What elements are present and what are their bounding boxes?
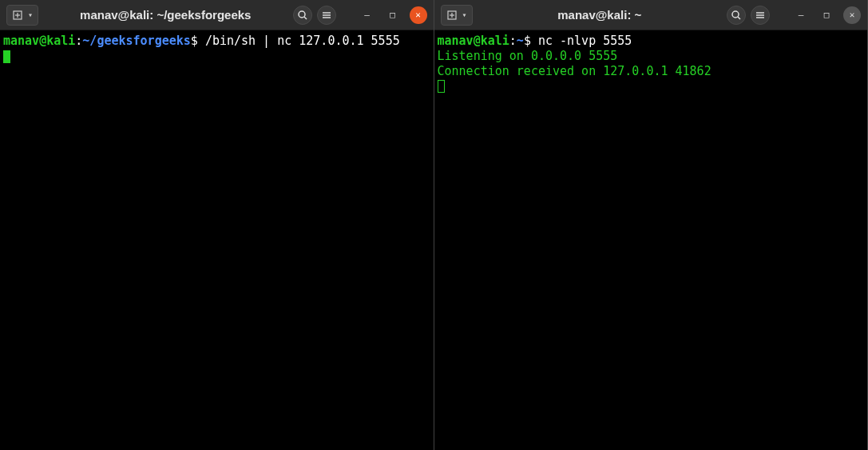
hamburger-icon	[321, 10, 332, 21]
menu-button-right[interactable]	[751, 6, 770, 25]
command-left: /bin/sh | nc 127.0.0.1 5555	[205, 34, 400, 48]
search-icon	[731, 10, 742, 21]
chevron-down-icon: ▾	[28, 10, 33, 19]
prompt-dollar: $	[191, 34, 205, 48]
new-tab-icon	[12, 9, 25, 22]
close-icon: ✕	[850, 10, 855, 20]
prompt-path-right: ~	[517, 34, 524, 48]
svg-line-12	[738, 17, 740, 19]
maximize-icon: □	[824, 10, 830, 20]
window-title-left: manav@kali: ~/geeksforgeeks	[43, 8, 287, 22]
terminal-body-left[interactable]: manav@kali:~/geeksforgeeks$ /bin/sh | nc…	[0, 30, 434, 450]
prompt-sep: :	[509, 34, 517, 48]
hamburger-icon	[755, 10, 766, 21]
maximize-button-left[interactable]: □	[384, 6, 402, 24]
prompt-user-right: manav@kali	[438, 34, 509, 48]
new-tab-icon	[446, 9, 459, 22]
cursor-icon	[438, 80, 445, 93]
window-title-right: manav@kali: ~	[478, 8, 722, 22]
new-tab-button-left[interactable]: ▾	[6, 5, 38, 26]
minimize-button-right[interactable]: —	[792, 6, 810, 24]
new-tab-button-right[interactable]: ▾	[441, 5, 473, 26]
minimize-button-left[interactable]: —	[359, 6, 376, 24]
close-button-left[interactable]: ✕	[410, 6, 427, 24]
minimize-icon: —	[799, 10, 804, 20]
svg-point-11	[732, 11, 739, 18]
minimize-icon: —	[364, 10, 370, 20]
chevron-down-icon: ▾	[462, 10, 467, 19]
svg-line-4	[304, 17, 307, 19]
close-button-right[interactable]: ✕	[843, 6, 861, 24]
cursor-icon	[3, 50, 10, 63]
output-line-1: Listening on 0.0.0.0 5555	[438, 49, 618, 63]
titlebar-right: ▾ manav@kali: ~ — □ ✕	[434, 0, 868, 30]
prompt-dollar: $	[524, 34, 538, 48]
menu-button-left[interactable]	[317, 6, 336, 25]
close-icon: ✕	[415, 10, 421, 20]
terminal-window-left: ▾ manav@kali: ~/geeksforgeeks — □ ✕ mana…	[0, 0, 434, 450]
terminal-body-right[interactable]: manav@kali:~$ nc -nlvp 5555 Listening on…	[434, 30, 868, 450]
titlebar-left: ▾ manav@kali: ~/geeksforgeeks — □ ✕	[0, 0, 434, 30]
maximize-icon: □	[390, 10, 395, 20]
terminal-window-right: ▾ manav@kali: ~ — □ ✕ manav@kali:~$ nc -…	[434, 0, 869, 450]
search-button-left[interactable]	[293, 6, 312, 25]
maximize-button-right[interactable]: □	[818, 6, 835, 24]
prompt-path-left: ~/geeksforgeeks	[82, 34, 190, 48]
prompt-user-left: manav@kali	[3, 34, 75, 48]
command-right: nc -nlvp 5555	[538, 34, 632, 48]
svg-point-3	[299, 11, 305, 18]
search-button-right[interactable]	[727, 6, 746, 25]
output-line-2: Connection received on 127.0.0.1 41862	[438, 64, 711, 78]
prompt-sep: :	[75, 34, 82, 48]
search-icon	[297, 10, 308, 21]
